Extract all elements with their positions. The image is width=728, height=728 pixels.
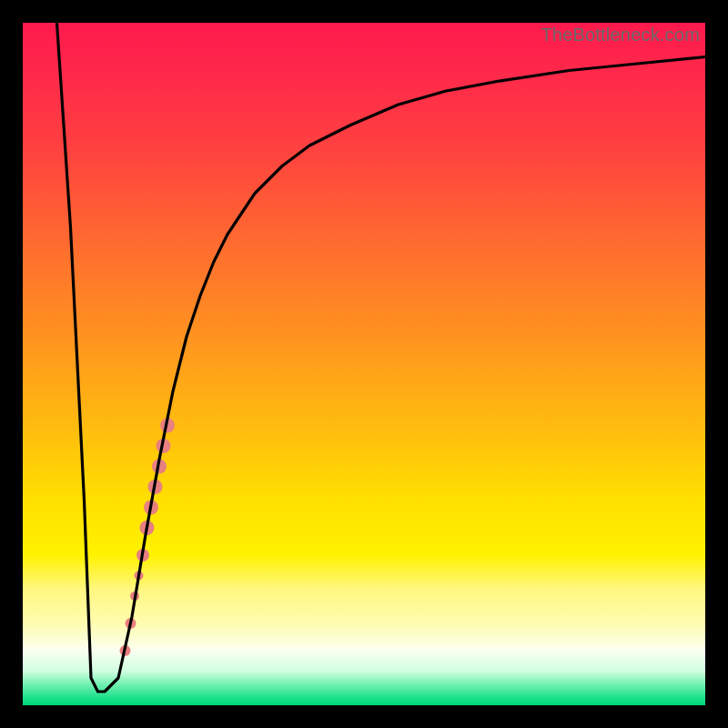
- chart-frame: TheBottleneck.com: [0, 0, 728, 728]
- chart-svg: [23, 23, 705, 705]
- bottleneck-curve: [57, 23, 706, 692]
- marker-layer: [120, 419, 176, 657]
- plot-area: TheBottleneck.com: [23, 23, 705, 705]
